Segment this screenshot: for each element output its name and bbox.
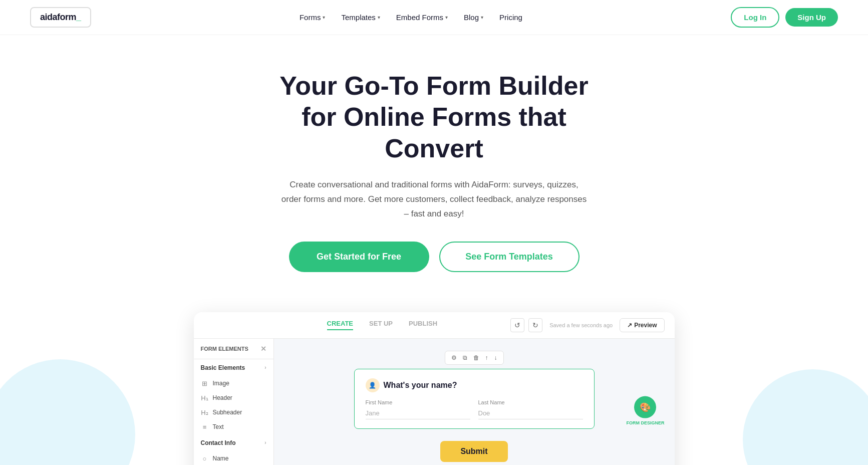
chevron-down-icon: ▾ bbox=[378, 15, 380, 20]
sidebar-header: FORM ELEMENTS ✕ bbox=[194, 339, 273, 359]
preview-button[interactable]: ↗ Preview bbox=[620, 318, 664, 332]
form-submit-area: Submit bbox=[440, 441, 507, 462]
close-icon[interactable]: ✕ bbox=[260, 345, 266, 353]
logo[interactable]: aidaform_ bbox=[30, 7, 91, 28]
hero-section: Your Go-To Form Builder for Online Forms… bbox=[0, 35, 868, 292]
sidebar-element-text[interactable]: ≡ Text bbox=[194, 420, 273, 434]
chevron-down-icon: ▾ bbox=[445, 15, 448, 20]
tab-publish[interactable]: PUBLISH bbox=[409, 320, 437, 330]
text-icon: ≡ bbox=[201, 423, 209, 431]
hero-description: Create conversational and traditional fo… bbox=[279, 178, 590, 221]
last-name-label: Last Name bbox=[478, 399, 583, 405]
form-canvas: ⚙ ⧉ 🗑 ↑ ↓ 👤 What's your name? bbox=[274, 339, 675, 465]
logo-cursor: _ bbox=[76, 12, 81, 22]
chevron-down-icon: ▾ bbox=[481, 15, 483, 20]
form-builder-topbar: CREATE SET UP PUBLISH ↺ ↻ Saved a few se… bbox=[194, 312, 675, 339]
move-up-icon[interactable]: ↑ bbox=[483, 353, 490, 362]
form-designer-badge: 🎨 FORM DESIGNER bbox=[626, 396, 664, 425]
signup-button[interactable]: Sign Up bbox=[785, 8, 838, 27]
sidebar-section-basic[interactable]: Basic Elements › bbox=[194, 359, 273, 376]
person-icon: ○ bbox=[201, 455, 209, 462]
sidebar-element-image[interactable]: ⊞ Image bbox=[194, 376, 273, 391]
form-builder-window: CREATE SET UP PUBLISH ↺ ↻ Saved a few se… bbox=[194, 312, 675, 465]
field-title-row: 👤 What's your name? bbox=[366, 378, 583, 392]
nav-item-pricing[interactable]: Pricing bbox=[499, 13, 522, 22]
saved-status: Saved a few seconds ago bbox=[549, 322, 613, 328]
nav-item-forms[interactable]: Forms ▾ bbox=[300, 13, 326, 22]
tab-setup[interactable]: SET UP bbox=[369, 320, 393, 330]
tab-create[interactable]: CREATE bbox=[327, 320, 353, 330]
field-toolbar: ⚙ ⧉ 🗑 ↑ ↓ bbox=[445, 351, 504, 365]
form-field-card: 👤 What's your name? First Name Last Name bbox=[354, 369, 595, 429]
bg-shape-right bbox=[743, 369, 868, 465]
bg-shape-left bbox=[0, 359, 135, 465]
chevron-right-icon: › bbox=[264, 440, 266, 445]
nav-item-blog[interactable]: Blog ▾ bbox=[464, 13, 483, 22]
preview-section: CREATE SET UP PUBLISH ↺ ↻ Saved a few se… bbox=[0, 292, 868, 465]
delete-icon[interactable]: 🗑 bbox=[471, 353, 481, 362]
sidebar-element-header[interactable]: H₁ Header bbox=[194, 391, 273, 405]
last-name-input[interactable] bbox=[478, 407, 583, 419]
login-button[interactable]: Log In bbox=[731, 7, 779, 28]
nav-item-embed-forms[interactable]: Embed Forms ▾ bbox=[396, 13, 448, 22]
undo-button[interactable]: ↺ bbox=[510, 318, 524, 332]
sidebar-section-contact[interactable]: Contact Info › bbox=[194, 434, 273, 451]
chevron-right-icon: › bbox=[264, 365, 266, 370]
sidebar-element-subheader[interactable]: H₂ Subheader bbox=[194, 405, 273, 420]
field-question: What's your name? bbox=[384, 381, 457, 390]
last-name-col: Last Name bbox=[478, 399, 583, 419]
external-link-icon: ↗ bbox=[627, 322, 632, 329]
nav-item-templates[interactable]: Templates ▾ bbox=[341, 13, 380, 22]
see-templates-button[interactable]: See Form Templates bbox=[439, 242, 580, 272]
form-builder-main: FORM ELEMENTS ✕ Basic Elements › ⊞ Image… bbox=[194, 339, 675, 465]
header-icon: H₁ bbox=[201, 394, 209, 402]
duplicate-icon[interactable]: ⧉ bbox=[461, 353, 469, 362]
form-builder-tabs: CREATE SET UP PUBLISH bbox=[327, 320, 438, 330]
form-field-inputs: First Name Last Name bbox=[366, 399, 583, 419]
form-builder-sidebar: FORM ELEMENTS ✕ Basic Elements › ⊞ Image… bbox=[194, 339, 274, 465]
designer-label: FORM DESIGNER bbox=[626, 420, 664, 425]
image-icon: ⊞ bbox=[201, 380, 209, 387]
logo-text: aidaform bbox=[40, 12, 76, 22]
designer-icon: 🎨 bbox=[634, 396, 656, 418]
nav-actions: Log In Sign Up bbox=[731, 7, 838, 28]
hero-cta-group: Get Started for Free See Form Templates bbox=[10, 242, 858, 272]
first-name-label: First Name bbox=[366, 399, 470, 405]
get-started-button[interactable]: Get Started for Free bbox=[289, 242, 429, 272]
first-name-input[interactable] bbox=[366, 407, 470, 419]
nav-links: Forms ▾ Templates ▾ Embed Forms ▾ Blog ▾… bbox=[300, 13, 522, 22]
form-builder-actions: ↺ ↻ Saved a few seconds ago ↗ Preview bbox=[510, 318, 664, 332]
sidebar-element-name[interactable]: ○ Name bbox=[194, 451, 273, 465]
field-person-icon: 👤 bbox=[366, 378, 380, 392]
submit-button[interactable]: Submit bbox=[440, 441, 507, 462]
first-name-col: First Name bbox=[366, 399, 470, 419]
settings-icon[interactable]: ⚙ bbox=[449, 353, 459, 362]
move-down-icon[interactable]: ↓ bbox=[492, 353, 499, 362]
subheader-icon: H₂ bbox=[201, 409, 209, 416]
navbar: aidaform_ Forms ▾ Templates ▾ Embed Form… bbox=[0, 0, 868, 35]
redo-button[interactable]: ↻ bbox=[528, 318, 542, 332]
hero-headline: Your Go-To Form Builder for Online Forms… bbox=[259, 70, 610, 164]
chevron-down-icon: ▾ bbox=[323, 15, 325, 20]
